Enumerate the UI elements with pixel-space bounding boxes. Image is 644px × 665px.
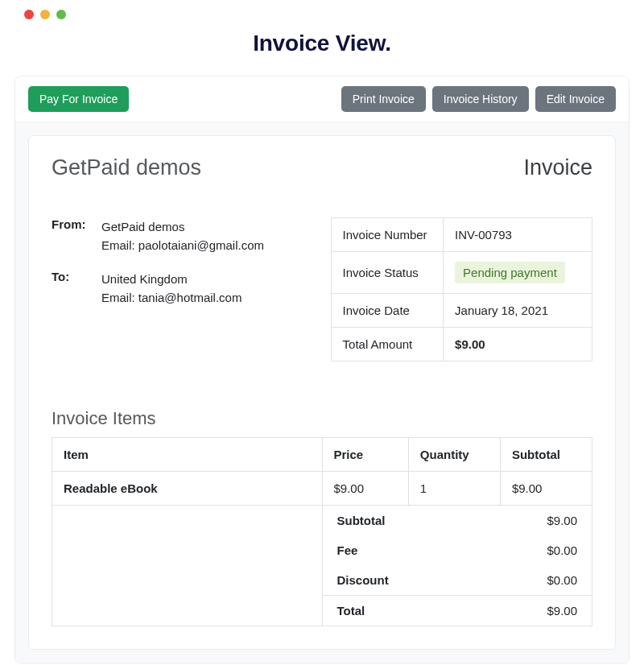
totals-cell: Subtotal $9.00 Fee $0.00 Discount $0.00 — [322, 506, 592, 626]
window-minimize-dot[interactable] — [40, 10, 50, 19]
summary-status-value: Pending payment — [444, 252, 592, 294]
totals-spacer — [52, 506, 323, 626]
summary-number-value: INV-00793 — [444, 218, 592, 252]
to-block: To: United Kingdom Email: tania@hotmail.… — [52, 270, 312, 308]
meta-row: From: GetPaid demos Email: paolotaiani@g… — [52, 217, 592, 361]
totals-discount: Discount $0.00 — [323, 565, 592, 595]
item-quantity: 1 — [408, 472, 500, 506]
col-item: Item — [52, 438, 323, 472]
totals-total: Total $9.00 — [323, 595, 592, 626]
summary-table: Invoice Number INV-00793 Invoice Status … — [331, 217, 592, 361]
window-zoom-dot[interactable] — [56, 10, 66, 19]
panel-header: GetPaid demos Invoice — [52, 155, 592, 180]
pay-for-invoice-button[interactable]: Pay For Invoice — [28, 86, 129, 112]
summary-row-status: Invoice Status Pending payment — [331, 252, 592, 294]
item-price: $9.00 — [322, 472, 408, 506]
item-subtotal: $9.00 — [500, 472, 592, 506]
from-label: From: — [52, 217, 89, 255]
totals-subtotal: Subtotal $9.00 — [323, 506, 592, 535]
from-email: Email: paolotaiani@gmail.com — [101, 236, 264, 254]
totals-fee-value: $0.00 — [547, 543, 577, 557]
to-email: Email: tania@hotmail.com — [101, 288, 242, 307]
summary: Invoice Number INV-00793 Invoice Status … — [331, 217, 592, 361]
totals-total-label: Total — [337, 604, 365, 618]
window-close-dot[interactable] — [24, 10, 34, 19]
summary-date-label: Invoice Date — [331, 294, 444, 328]
summary-row-amount: Total Amount $9.00 — [331, 328, 592, 361]
item-name: Readable eBook — [52, 472, 323, 506]
totals-discount-label: Discount — [337, 573, 389, 587]
invoice-card: Pay For Invoice Print Invoice Invoice Hi… — [14, 76, 630, 663]
body-area: GetPaid demos Invoice From: GetPaid demo… — [15, 122, 629, 663]
col-quantity: Quantity — [408, 438, 500, 472]
summary-row-date: Invoice Date January 18, 2021 — [331, 294, 592, 328]
summary-amount-value: $9.00 — [444, 328, 592, 361]
company-name: GetPaid demos — [52, 155, 201, 180]
items-table: Item Price Quantity Subtotal Readable eB… — [52, 437, 592, 626]
from-name: GetPaid demos — [101, 217, 264, 236]
totals-fee: Fee $0.00 — [323, 535, 592, 565]
summary-number-label: Invoice Number — [331, 218, 444, 252]
document-type: Invoice — [523, 155, 592, 180]
summary-date-value: January 18, 2021 — [444, 294, 592, 328]
totals-discount-value: $0.00 — [547, 573, 577, 587]
totals-fee-label: Fee — [337, 543, 358, 557]
status-badge: Pending payment — [455, 262, 565, 283]
window-controls — [0, 0, 644, 27]
addresses: From: GetPaid demos Email: paolotaiani@g… — [52, 217, 312, 321]
summary-amount-label: Total Amount — [331, 328, 444, 361]
totals-subtotal-label: Subtotal — [337, 514, 386, 527]
item-row: Readable eBook $9.00 1 $9.00 — [52, 472, 592, 506]
totals-row: Subtotal $9.00 Fee $0.00 Discount $0.00 — [52, 506, 592, 626]
totals-total-value: $9.00 — [547, 604, 577, 618]
summary-row-number: Invoice Number INV-00793 — [331, 218, 592, 252]
totals-subtotal-value: $9.00 — [547, 514, 577, 527]
to-name: United Kingdom — [101, 270, 242, 288]
to-label: To: — [52, 270, 89, 308]
invoice-history-button[interactable]: Invoice History — [432, 86, 529, 112]
from-block: From: GetPaid demos Email: paolotaiani@g… — [52, 217, 312, 255]
items-title: Invoice Items — [52, 408, 592, 429]
toolbar: Pay For Invoice Print Invoice Invoice Hi… — [15, 76, 629, 122]
invoice-panel: GetPaid demos Invoice From: GetPaid demo… — [28, 135, 616, 650]
col-subtotal: Subtotal — [500, 438, 592, 472]
col-price: Price — [322, 438, 408, 472]
edit-invoice-button[interactable]: Edit Invoice — [535, 86, 616, 112]
print-invoice-button[interactable]: Print Invoice — [341, 86, 426, 112]
summary-status-label: Invoice Status — [331, 252, 444, 294]
page-title: Invoice View. — [0, 31, 644, 56]
